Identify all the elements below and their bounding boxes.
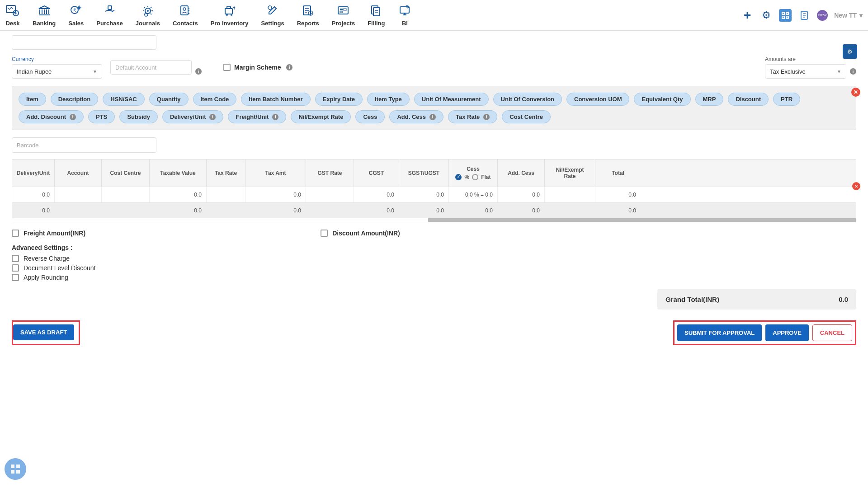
column-tag[interactable]: Delivery/Uniti <box>162 110 223 123</box>
table-row[interactable]: 0.0 0.0 0.0 0.0 0.0 0.0 % = 0.0 0.0 0.0 <box>12 187 856 203</box>
column-tag[interactable]: Subsidy <box>119 110 158 123</box>
info-icon[interactable]: i <box>195 68 202 75</box>
column-tag[interactable]: PTS <box>88 110 115 123</box>
column-tag[interactable]: Nil/Exempt Rate <box>291 110 351 123</box>
nav-contacts[interactable]: Contacts <box>173 4 198 27</box>
new-badge-icon[interactable]: NEW <box>817 10 828 21</box>
column-tag[interactable]: Quantity <box>149 93 189 106</box>
info-icon[interactable]: i <box>850 68 856 75</box>
column-tag[interactable]: Add. Discounti <box>19 110 84 123</box>
desk-icon <box>5 4 20 18</box>
document-icon[interactable] <box>798 9 811 22</box>
svg-point-12 <box>226 14 228 16</box>
settings-gear-button[interactable]: ⚙ <box>843 44 857 59</box>
svg-rect-23 <box>400 7 409 13</box>
nav-filling-label: Filling <box>368 20 385 27</box>
nav-reports[interactable]: Reports <box>297 4 319 27</box>
td-cgst: 0.0 <box>354 187 399 202</box>
nav-projects[interactable]: Projects <box>332 4 355 27</box>
calculator-icon[interactable] <box>779 9 792 22</box>
nav-inventory[interactable]: Pro Inventory <box>211 4 249 27</box>
cancel-button[interactable]: CANCEL <box>812 324 852 341</box>
column-tag[interactable]: Item Type <box>367 93 410 106</box>
nav-settings[interactable]: Settings <box>261 4 284 27</box>
submit-approval-button[interactable]: SUBMIT FOR APPROVAL <box>677 324 762 341</box>
column-tag[interactable]: Item <box>19 93 46 106</box>
column-tag[interactable]: Unit Of Conversion <box>493 93 562 106</box>
column-tag[interactable]: HSN/SAC <box>103 93 145 106</box>
reverse-charge-checkbox[interactable] <box>12 255 19 262</box>
td-total: 0.0 <box>595 187 641 202</box>
doc-discount-checkbox[interactable] <box>12 264 19 272</box>
column-tag[interactable]: Freight/Uniti <box>228 110 286 123</box>
column-tag[interactable]: MRP <box>695 93 724 106</box>
column-tag[interactable]: PTR <box>773 93 800 106</box>
th-cost-centre: Cost Centre <box>102 160 150 187</box>
horizontal-scrollbar[interactable] <box>428 218 856 222</box>
column-tag[interactable]: Item Batch Number <box>241 93 310 106</box>
column-tag[interactable]: Expiry Date <box>315 93 363 106</box>
add-icon[interactable]: + <box>741 9 754 22</box>
top-input[interactable] <box>12 35 156 50</box>
info-icon[interactable]: i <box>70 114 76 120</box>
th-cgst: CGST <box>354 160 399 187</box>
info-icon[interactable]: i <box>429 114 436 120</box>
column-tag[interactable]: Cost Centre <box>502 110 551 123</box>
column-tag[interactable]: Cess <box>355 110 385 123</box>
currency-select[interactable]: Indian Rupee ▼ <box>12 64 102 79</box>
column-tag[interactable]: Item Code <box>193 93 237 106</box>
nav-sales[interactable]: ₹ Sales <box>68 4 84 27</box>
nav-bi[interactable]: BI <box>397 4 412 27</box>
column-tag[interactable]: Unit Of Measurement <box>414 93 489 106</box>
floating-widget[interactable] <box>5 458 26 480</box>
rounding-checkbox[interactable] <box>12 274 19 281</box>
contacts-icon <box>178 4 193 18</box>
column-tag[interactable]: Discount <box>728 93 769 106</box>
nav-banking[interactable]: Banking <box>33 4 56 27</box>
nav-settings-label: Settings <box>261 20 284 27</box>
nav-inventory-label: Pro Inventory <box>211 20 249 27</box>
grand-total-value: 0.0 <box>839 296 848 303</box>
column-tag[interactable]: Equivalent Qty <box>634 93 690 106</box>
default-account-input[interactable]: Default Account <box>110 60 192 75</box>
svg-point-4 <box>78 6 80 9</box>
gear-icon[interactable]: ⚙ <box>760 9 773 22</box>
freight-checkbox[interactable] <box>12 230 19 237</box>
freight-label: Freight Amount(INR) <box>24 230 85 237</box>
discount-checkbox[interactable] <box>321 230 328 237</box>
purchase-icon <box>103 4 117 18</box>
barcode-input[interactable]: Barcode <box>12 137 156 153</box>
amounts-select[interactable]: Tax Exclusive ▼ <box>765 64 846 79</box>
nav-filling[interactable]: Filling <box>368 4 385 27</box>
save-draft-button[interactable]: SAVE AS DRAFT <box>13 324 74 340</box>
remove-row-button[interactable]: ✕ <box>852 182 860 190</box>
nav-desk-label: Desk <box>5 20 19 27</box>
approve-button[interactable]: APPROVE <box>765 324 809 341</box>
top-navigation: Desk Banking ₹ Sales Purchase Journals C… <box>0 0 868 31</box>
column-tag[interactable]: Add. Cessi <box>389 110 443 123</box>
column-tag[interactable]: Tax Ratei <box>448 110 497 123</box>
info-icon[interactable]: i <box>209 114 216 120</box>
td-add-cess: 0.0 <box>498 187 545 202</box>
info-icon[interactable]: i <box>286 64 292 70</box>
margin-scheme-checkbox[interactable] <box>223 64 231 71</box>
info-icon[interactable]: i <box>483 114 490 120</box>
info-icon[interactable]: i <box>272 114 278 120</box>
user-menu[interactable]: New TT ▾ <box>834 12 863 19</box>
close-panel-icon[interactable]: ✕ <box>851 88 860 97</box>
column-tag[interactable]: Conversion UOM <box>566 93 629 106</box>
nav-journals-label: Journals <box>136 20 160 27</box>
nav-desk[interactable]: Desk <box>5 4 20 27</box>
cess-pct-radio[interactable] <box>455 174 462 180</box>
td-nil-exempt <box>545 187 595 202</box>
journals-icon <box>141 4 155 18</box>
grand-total: Grand Total(INR) 0.0 <box>657 289 856 310</box>
items-table: ✕ Delivery/Unit Account Cost Centre Taxa… <box>12 159 856 222</box>
cess-flat-radio[interactable] <box>472 174 478 180</box>
svg-rect-5 <box>108 6 112 9</box>
nav-purchase[interactable]: Purchase <box>96 4 123 27</box>
th-cess: Cess % Flat <box>449 160 498 187</box>
chevron-down-icon: ▾ <box>859 12 863 19</box>
column-tag[interactable]: Description <box>51 93 99 106</box>
nav-journals[interactable]: Journals <box>136 4 160 27</box>
